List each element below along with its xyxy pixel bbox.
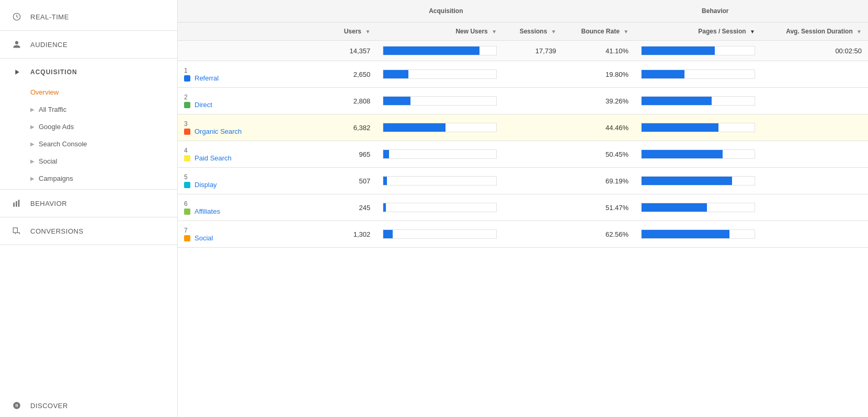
sidebar-item-google-ads[interactable]: ▶ Google Ads — [30, 118, 177, 135]
channel-color-dot — [184, 235, 190, 241]
svg-rect-2 — [16, 201, 17, 207]
channel-cell-1: 2 Direct — [178, 88, 329, 114]
row-number: 4 — [184, 147, 192, 154]
new-users-column-header[interactable]: New Users ▼ — [376, 22, 503, 41]
row-number: 3 — [184, 120, 192, 128]
channel-cell-0: 1 Referral — [178, 61, 329, 88]
sidebar-label-social: Social — [39, 157, 57, 165]
users-cell-2: 6,382 — [329, 114, 376, 141]
sidebar: REAL-TIME AUDIENCE ACQUISITION Overview … — [0, 0, 178, 417]
sidebar-item-overview[interactable]: Overview — [30, 84, 177, 101]
sidebar-item-search-console[interactable]: ▶ Search Console — [30, 135, 177, 153]
new-users-bar-container — [383, 229, 497, 239]
table-row: 7 Social 1,302 62.56% — [178, 221, 868, 248]
channel-color-dot — [184, 75, 190, 82]
sidebar-item-discover[interactable]: DISCOVER — [0, 394, 177, 417]
pages-bar-container — [641, 123, 755, 132]
target-icon — [10, 227, 23, 235]
channel-name: Referral — [195, 74, 219, 82]
sidebar-item-conversions[interactable]: CONVERSIONS — [0, 219, 177, 242]
channel-link[interactable]: Affiliates — [184, 207, 323, 215]
sidebar-item-behavior[interactable]: BEHAVIOR — [0, 192, 177, 215]
users-label: Users — [344, 28, 361, 35]
totals-new-users-bar-cell — [376, 41, 503, 61]
pages-bar-container — [641, 96, 755, 106]
channel-name: Affiliates — [195, 207, 220, 215]
channel-link[interactable]: Organic Search — [184, 128, 323, 135]
users-cell-0: 2,650 — [329, 61, 376, 88]
avg-session-column-header[interactable]: Avg. Session Duration ▼ — [761, 22, 868, 41]
sidebar-item-real-time[interactable]: REAL-TIME — [0, 5, 177, 28]
pages-bar — [642, 203, 707, 212]
avg-session-cell-4 — [761, 168, 868, 194]
sidebar-item-audience[interactable]: AUDIENCE — [0, 33, 177, 56]
channel-color-dot — [184, 182, 190, 188]
avg-session-cell-6 — [761, 221, 868, 248]
users-column-header[interactable]: Users ▼ — [329, 22, 376, 41]
new-users-bar — [383, 177, 386, 185]
sessions-cell-2 — [503, 114, 563, 141]
sessions-cell-4 — [503, 168, 563, 194]
table-row: 2 Direct 2,808 39.26% — [178, 88, 868, 114]
users-cell-6: 1,302 — [329, 221, 376, 248]
divider-3 — [0, 189, 177, 190]
new-users-bar-cell-1 — [376, 88, 503, 114]
channel-link[interactable]: Social — [184, 234, 323, 242]
behavior-group-header: Behavior — [563, 0, 868, 22]
new-users-sort-icon: ▼ — [492, 29, 497, 34]
channel-header-empty — [178, 0, 329, 22]
divider-2 — [0, 58, 177, 59]
pages-session-column-header[interactable]: Pages / Session ▼ — [635, 22, 761, 41]
table-row: 5 Display 507 69.19% — [178, 168, 868, 194]
avg-session-cell-0 — [761, 61, 868, 88]
sidebar-item-social[interactable]: ▶ Social — [30, 153, 177, 170]
table-row: 1 Referral 2,650 19.80% — [178, 61, 868, 88]
pages-bar-cell-5 — [635, 194, 761, 221]
totals-sessions: 17,739 — [503, 41, 563, 61]
sessions-cell-1 — [503, 88, 563, 114]
bounce-rate-label: Bounce Rate — [581, 28, 620, 35]
avg-session-cell-2 — [761, 114, 868, 141]
new-users-bar-container — [383, 176, 497, 186]
pages-bar — [642, 150, 723, 158]
new-users-bar — [383, 150, 389, 158]
pages-bar-cell-3 — [635, 141, 761, 168]
channel-cell-5: 6 Affiliates — [178, 194, 329, 221]
arrow-right-icon — [10, 68, 23, 76]
sessions-column-header[interactable]: Sessions ▼ — [503, 22, 563, 41]
pages-bar-cell-4 — [635, 168, 761, 194]
sidebar-label-behavior: BEHAVIOR — [30, 200, 67, 207]
table-row: 4 Paid Search 965 50.45% — [178, 141, 868, 168]
sidebar-label-search-console: Search Console — [39, 140, 87, 148]
sidebar-item-all-traffic[interactable]: ▶ All Traffic — [30, 101, 177, 118]
totals-pages-bar-container — [641, 46, 755, 55]
pages-bar-container — [641, 176, 755, 186]
avg-session-cell-5 — [761, 194, 868, 221]
pages-bar-container — [641, 149, 755, 159]
column-header-row: Users ▼ New Users ▼ Sessions ▼ Bounce Ra… — [178, 22, 868, 41]
totals-users: 14,357 — [329, 41, 376, 61]
pages-bar-container — [641, 70, 755, 79]
avg-session-cell-3 — [761, 141, 868, 168]
totals-row: 14,357 17,739 41.10% 00:02:50 — [178, 41, 868, 61]
sidebar-label-all-traffic: All Traffic — [39, 106, 66, 113]
sidebar-item-campaigns[interactable]: ▶ Campaigns — [30, 170, 177, 187]
new-users-bar-container — [383, 96, 497, 106]
bounce-rate-column-header[interactable]: Bounce Rate ▼ — [563, 22, 635, 41]
channel-link[interactable]: Referral — [184, 74, 323, 82]
pages-bar-container — [641, 229, 755, 239]
sessions-cell-5 — [503, 194, 563, 221]
channel-link[interactable]: Direct — [184, 101, 323, 109]
sidebar-item-acquisition[interactable]: ACQUISITION — [0, 61, 177, 84]
new-users-bar — [383, 97, 410, 105]
row-number: 2 — [184, 94, 192, 101]
channel-link[interactable]: Paid Search — [184, 154, 323, 162]
sessions-cell-6 — [503, 221, 563, 248]
acquisition-sub-items: Overview ▶ All Traffic ▶ Google Ads ▶ Se… — [0, 84, 177, 187]
totals-avg-session: 00:02:50 — [761, 41, 868, 61]
channel-link[interactable]: Display — [184, 181, 323, 189]
new-users-bar — [383, 203, 385, 212]
bar-chart-icon — [10, 199, 23, 207]
sidebar-label-discover: DISCOVER — [30, 402, 68, 410]
channel-cell-4: 5 Display — [178, 168, 329, 194]
